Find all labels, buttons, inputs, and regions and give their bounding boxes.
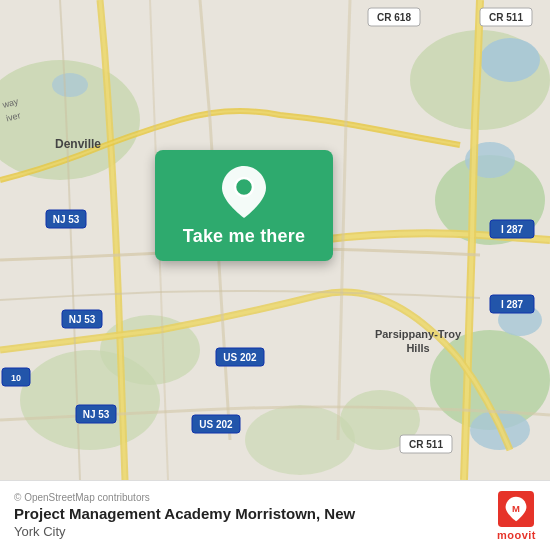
bottom-info-bar: © OpenStreetMap contributors Project Man…	[0, 480, 550, 550]
location-sub: York City	[14, 524, 487, 539]
svg-text:NJ 53: NJ 53	[53, 214, 80, 225]
location-info-group: © OpenStreetMap contributors Project Man…	[14, 492, 487, 539]
svg-text:US 202: US 202	[223, 352, 257, 363]
svg-text:CR 511: CR 511	[489, 12, 523, 23]
svg-text:CR 618: CR 618	[377, 12, 411, 23]
svg-text:Hills: Hills	[406, 342, 429, 354]
svg-point-9	[480, 38, 540, 82]
svg-point-8	[20, 350, 160, 450]
svg-text:Parsippany-Troy: Parsippany-Troy	[375, 328, 462, 340]
svg-text:US 202: US 202	[199, 419, 233, 430]
svg-point-13	[52, 73, 88, 97]
moovit-label: moovit	[497, 529, 536, 541]
take-me-there-card[interactable]: Take me there	[155, 150, 333, 261]
svg-text:M: M	[513, 502, 521, 513]
location-pin-icon	[220, 168, 268, 216]
moovit-logo: M moovit	[497, 491, 536, 541]
attribution-text: © OpenStreetMap contributors	[14, 492, 487, 503]
location-name: Project Management Academy Morristown, N…	[14, 505, 487, 522]
map-area: CR 618 CR 511 I 287 I 287 NJ 53 NJ 53 NJ…	[0, 0, 550, 480]
svg-text:10: 10	[11, 373, 21, 383]
take-me-there-label: Take me there	[183, 226, 305, 247]
svg-text:CR 511: CR 511	[409, 439, 443, 450]
svg-text:NJ 53: NJ 53	[83, 409, 110, 420]
svg-text:I 287: I 287	[501, 299, 524, 310]
svg-text:Denville: Denville	[55, 137, 101, 151]
svg-text:I 287: I 287	[501, 224, 524, 235]
svg-text:NJ 53: NJ 53	[69, 314, 96, 325]
